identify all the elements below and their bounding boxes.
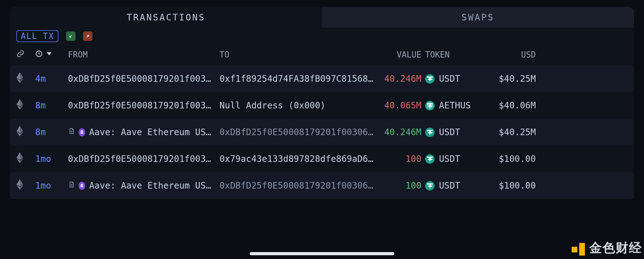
token-cell[interactable]: AETHUS [425,100,488,111]
svg-point-4 [82,131,83,132]
ethereum-icon [16,72,31,85]
ethereum-icon [16,126,31,139]
svg-rect-1 [430,78,430,81]
from-address: 0xDBfD25f0E50008179201f003066219… [68,100,216,111]
outgoing-icon[interactable] [83,31,92,41]
token-symbol: USDT [439,180,460,191]
token-symbol: USDT [439,154,460,164]
usdt-icon [425,181,435,190]
tx-usd: $100.00 [492,180,536,191]
col-value: VALUE [377,50,421,59]
svg-point-8 [82,185,83,185]
aethus-icon [425,101,435,110]
table-row[interactable]: 8m0xDBfD25f0E50008179201f003066219…Null … [10,92,634,119]
from-address: Aave: Aave Ethereum USDT (aE… [89,180,216,191]
contract-icon [68,180,75,191]
jinse-logo-icon [571,240,586,256]
tabs: TRANSACTIONS SWAPS [10,7,634,28]
tx-time[interactable]: 8m [35,100,64,111]
incoming-icon[interactable] [66,31,75,41]
table-row[interactable]: 4m0xDBfD25f0E50008179201f003066219…0xf1f… [10,65,634,92]
col-from: FROM [68,50,216,59]
tx-value: 40.065M [377,100,421,111]
token-symbol: USDT [439,127,460,137]
table-row[interactable]: 8mAave: Aave Ethereum USDT (aE…0xDBfD25f… [10,119,634,146]
col-token: TOKEN [425,50,488,59]
tx-usd: $40.25M [492,127,536,137]
tx-usd: $40.06M [492,100,536,111]
from-address: 0xDBfD25f0E50008179201f003066219… [68,154,216,164]
to-address[interactable]: 0xDBfD25f0E50008179201f003066219… [219,127,374,137]
table-header: FROM TO VALUE TOKEN USD [10,45,634,65]
usdt-icon [425,74,435,84]
tx-value: 40.246M [377,74,421,84]
from-cell[interactable]: 0xDBfD25f0E50008179201f003066219… [68,154,216,164]
tx-value: 100 [377,154,421,164]
from-address: 0xDBfD25f0E50008179201f003066219… [68,74,216,84]
link-icon[interactable] [16,50,25,60]
from-cell[interactable]: Aave: Aave Ethereum USDT (aE… [68,127,216,137]
tx-usd: $40.25M [492,74,536,84]
col-usd: USD [492,50,536,59]
svg-rect-2 [430,104,430,108]
ethereum-icon [16,152,31,165]
table-row[interactable]: 1mo0xDBfD25f0E50008179201f003066219…0x79… [10,146,634,172]
tx-value: 40.246M [377,127,421,137]
token-symbol: AETHUS [439,100,471,111]
to-address[interactable]: Null Address (0x000) [219,100,374,111]
from-cell[interactable]: Aave: Aave Ethereum USDT (aE… [68,180,216,191]
token-symbol: USDT [439,74,460,84]
usdt-icon [425,154,435,164]
ethereum-icon [16,179,31,192]
to-address[interactable]: 0x79ac43e133d897828dfe869aD68cAd… [219,154,374,164]
tab-swaps[interactable]: SWAPS [322,7,634,28]
from-cell[interactable]: 0xDBfD25f0E50008179201f003066219… [68,74,216,84]
watermark: 金色财经 [571,239,642,256]
svg-rect-5 [430,131,430,135]
ethereum-icon [16,99,31,112]
tx-time[interactable]: 8m [35,127,64,137]
to-address[interactable]: 0xf1f89254d74FA38fB097C81568613B… [219,74,374,84]
scroll-indicator [250,252,394,255]
token-cell[interactable]: USDT [425,127,488,137]
aave-icon [79,182,85,190]
svg-rect-6 [430,158,430,161]
tab-transactions[interactable]: TRANSACTIONS [10,7,322,28]
token-cell[interactable]: USDT [425,154,488,164]
tx-time[interactable]: 1mo [35,180,64,191]
table-row[interactable]: 1moAave: Aave Ethereum USDT (aE…0xDBfD25… [10,172,634,199]
tx-usd: $100.00 [492,154,536,164]
svg-point-7 [81,185,82,185]
svg-point-3 [81,131,82,132]
to-address[interactable]: 0xDBfD25f0E50008179201f003066219… [219,180,374,191]
token-cell[interactable]: USDT [425,74,488,84]
token-cell[interactable]: USDT [425,180,488,191]
tx-value: 100 [377,180,421,191]
aave-icon [79,128,85,136]
tx-time[interactable]: 4m [35,74,64,84]
time-sort[interactable] [35,50,52,58]
svg-rect-9 [430,185,430,188]
from-cell[interactable]: 0xDBfD25f0E50008179201f003066219… [68,100,216,111]
from-address: Aave: Aave Ethereum USDT (aE… [89,127,216,137]
filter-bar: ALL TX [10,28,634,45]
filter-all-tx[interactable]: ALL TX [16,30,58,42]
contract-icon [68,127,75,137]
usdt-icon [425,128,435,137]
tx-time[interactable]: 1mo [35,154,64,164]
col-to: TO [219,50,374,59]
